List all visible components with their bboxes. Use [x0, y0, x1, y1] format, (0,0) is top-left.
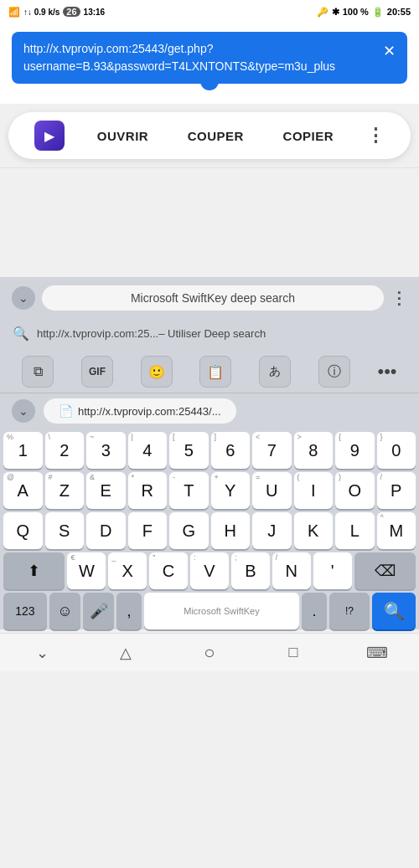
sticker-icon[interactable]: 🙂: [141, 356, 173, 388]
clipboard-row: ⌄ 📄 http://x.tvprovip.com:25443/...: [0, 393, 419, 429]
status-right: 🔑 ✱ 100 % 🔋 20:55: [317, 7, 411, 18]
key-5[interactable]: [5: [169, 432, 209, 469]
key-0[interactable]: }0: [377, 432, 416, 469]
gif-label: GIF: [89, 366, 106, 378]
key-6[interactable]: ]6: [211, 432, 251, 469]
url-bar[interactable]: http://x.tvprovip.com:25443/get.php?user…: [12, 32, 407, 84]
back-button[interactable]: ⌄: [25, 636, 59, 670]
key-v[interactable]: :V: [190, 552, 229, 589]
key-apostrophe[interactable]: ': [313, 552, 352, 589]
more-icons-button[interactable]: •••: [377, 361, 396, 383]
bluetooth-icon: ✱: [332, 7, 339, 18]
key-9[interactable]: {9: [335, 432, 375, 469]
key-d[interactable]: D: [86, 512, 126, 549]
key-u[interactable]: =U: [252, 472, 292, 509]
more-punctuation-key[interactable]: !?: [329, 593, 370, 629]
battery-icon: 🔋: [372, 7, 384, 18]
key-q[interactable]: Q: [3, 512, 43, 549]
sim-time: 13:16: [84, 8, 106, 17]
ouvrir-button[interactable]: OUVRIR: [91, 126, 155, 146]
chevron-down-icon: ⌄: [18, 291, 28, 305]
search-icon: 🔍: [12, 324, 30, 342]
clipboard-suggestion-item[interactable]: 📄 http://x.tvprovip.com:25443/...: [44, 398, 236, 424]
key-o[interactable]: )O: [335, 472, 375, 509]
comma-key[interactable]: ,: [116, 593, 142, 629]
key-8[interactable]: >8: [294, 432, 334, 469]
key-k[interactable]: K: [294, 512, 334, 549]
clipboard-collapse-button[interactable]: ⌄: [12, 399, 35, 423]
more-options-icon[interactable]: ⋮: [366, 125, 385, 146]
key-1[interactable]: %1: [3, 432, 43, 469]
key-2[interactable]: \2: [45, 432, 85, 469]
emoji-icon: ☺: [57, 603, 72, 620]
row-qsdfghjklm: Q S D F G H J K L ^M: [3, 512, 416, 549]
key-z[interactable]: #Z: [45, 472, 85, 509]
key-t[interactable]: -T: [169, 472, 209, 509]
key-a[interactable]: @A: [3, 472, 43, 509]
status-bar: 📶 ↑↓ 0.9 k/s 26 13:16 🔑 ✱ 100 % 🔋 20:55: [0, 0, 419, 23]
key-l[interactable]: L: [335, 512, 375, 549]
bottom-nav: ⌄ △ ○ □ ⌨: [0, 633, 419, 671]
123-key[interactable]: 123: [3, 593, 47, 629]
clipboard-glyph: 📋: [207, 364, 224, 380]
info-icon[interactable]: ⓘ: [318, 356, 350, 388]
key-b[interactable]: ;B: [231, 552, 270, 589]
key-7[interactable]: <7: [252, 432, 292, 469]
number-row: %1 \2 ~3 |4 [5 ]6 <7 >8 {9 }0: [3, 432, 416, 469]
multitask-icon[interactable]: ⧉: [22, 356, 54, 388]
signal-icon: 📶: [8, 7, 20, 18]
key-p[interactable]: /P: [377, 472, 416, 509]
search-button[interactable]: 🔍: [372, 593, 416, 629]
key-x[interactable]: _X: [108, 552, 147, 589]
clock: 20:55: [387, 7, 411, 17]
recents-button[interactable]: □: [277, 636, 310, 670]
dot-key[interactable]: .: [302, 593, 327, 629]
key-4[interactable]: |4: [128, 432, 168, 469]
keyboard-icon: ⌨: [366, 644, 388, 662]
space-key[interactable]: Microsoft SwiftKey: [144, 593, 299, 629]
key-n[interactable]: /N: [272, 552, 311, 589]
key-c[interactable]: "C: [149, 552, 188, 589]
multitask-glyph: ⧉: [34, 364, 43, 379]
swiftkey-more-icon[interactable]: ⋮: [391, 288, 407, 308]
battery-level: 100 %: [343, 7, 369, 17]
home-triangle-button[interactable]: △: [109, 636, 142, 670]
close-icon[interactable]: ✕: [383, 42, 396, 60]
key-y[interactable]: +Y: [211, 472, 251, 509]
key-g[interactable]: G: [169, 512, 209, 549]
key-e[interactable]: &E: [86, 472, 126, 509]
shift-icon: ⬆: [28, 562, 40, 580]
sticker-glyph: 🙂: [148, 364, 165, 380]
couper-button[interactable]: COUPER: [181, 126, 251, 146]
deep-search-pill[interactable]: Microsoft SwiftKey deep search: [42, 285, 384, 311]
triangle-icon: △: [120, 644, 132, 662]
key-r[interactable]: *R: [128, 472, 168, 509]
back-icon: ⌄: [36, 644, 49, 662]
key-3[interactable]: ~3: [86, 432, 126, 469]
key-j[interactable]: J: [252, 512, 292, 549]
mic-icon: 🎤: [90, 602, 108, 620]
keyboard-toggle-button[interactable]: ⌨: [360, 636, 394, 670]
clipboard-icon[interactable]: 📋: [199, 356, 231, 388]
clipboard-small-icon: 📄: [59, 404, 73, 418]
key-h[interactable]: H: [211, 512, 251, 549]
mic-key[interactable]: 🎤: [83, 593, 114, 629]
notification-count: 26: [63, 7, 80, 17]
key-f[interactable]: F: [128, 512, 168, 549]
key-m[interactable]: ^M: [377, 512, 416, 549]
home-circle-button[interactable]: ○: [193, 636, 226, 670]
copier-button[interactable]: COPIER: [277, 126, 341, 146]
key-s[interactable]: S: [45, 512, 85, 549]
context-menu: ▶ OUVRIR COUPER COPIER ⋮: [8, 112, 411, 159]
collapse-keyboard-button[interactable]: ⌄: [12, 286, 35, 310]
backspace-key[interactable]: ⌫: [354, 552, 416, 589]
gif-button[interactable]: GIF: [81, 356, 113, 388]
emoji-key[interactable]: ☺: [49, 593, 80, 629]
space-label: Microsoft SwiftKey: [184, 606, 259, 616]
key-w[interactable]: €W: [67, 552, 106, 589]
play-icon: ▶: [44, 128, 54, 144]
shift-key[interactable]: ⬆: [3, 552, 65, 589]
key-i[interactable]: (I: [294, 472, 334, 509]
signal-speed: ↑↓ 0.9 k/s: [23, 8, 59, 17]
language-icon[interactable]: あ: [259, 356, 291, 388]
